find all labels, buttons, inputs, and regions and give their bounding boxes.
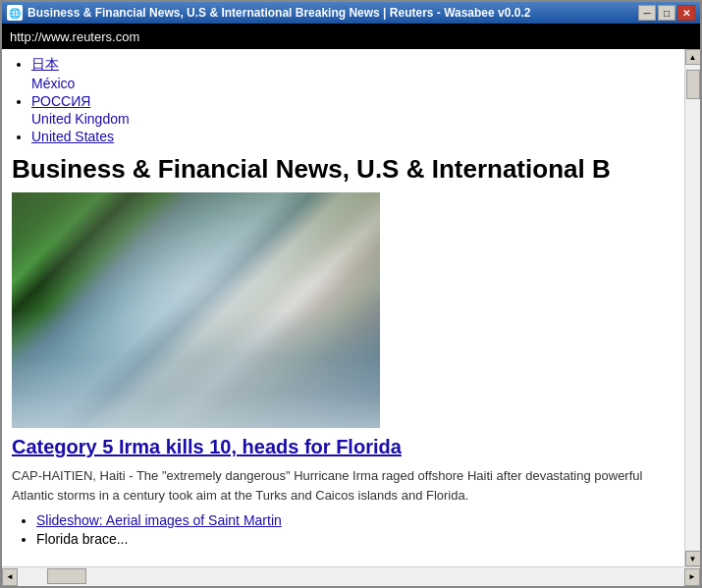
browser-content: 日本 México РОССИЯ United Kingdom United S… xyxy=(2,49,700,566)
nav-link-mexico[interactable]: México xyxy=(31,76,75,91)
window-title: Business & Financial News, U.S & Interna… xyxy=(27,6,530,20)
browser-icon: 🌐 xyxy=(7,5,23,21)
nav-link-uk[interactable]: United Kingdom xyxy=(31,111,130,127)
address-input[interactable] xyxy=(10,29,692,44)
article-summary: CAP-HAITIEN, Haiti - The "extremely dang… xyxy=(12,466,675,505)
maximize-button[interactable]: □ xyxy=(658,5,675,21)
nav-list: 日本 México РОССИЯ United Kingdom United S… xyxy=(31,56,675,144)
scroll-right-button[interactable]: ► xyxy=(684,568,700,586)
list-item: Florida brace... xyxy=(36,531,675,547)
list-item: РОССИЯ xyxy=(31,93,675,109)
list-item: United Kingdom xyxy=(12,111,675,127)
bottom-bar: ◄ ► xyxy=(2,566,700,586)
h-scroll-thumb[interactable] xyxy=(47,568,86,584)
list-item: 日本 xyxy=(31,56,675,74)
list-item: United States xyxy=(31,129,675,144)
title-bar-left: 🌐 Business & Financial News, U.S & Inter… xyxy=(7,5,530,21)
nav-link-us[interactable]: United States xyxy=(31,129,114,144)
sub-text-florida: Florida brace... xyxy=(36,531,128,547)
title-bar: 🌐 Business & Financial News, U.S & Inter… xyxy=(2,2,700,24)
browser-icon-glyph: 🌐 xyxy=(9,8,21,19)
close-button[interactable]: ✕ xyxy=(677,5,695,21)
article-link[interactable]: Category 5 Irma kills 10, heads for Flor… xyxy=(12,436,675,458)
minimize-button[interactable]: ─ xyxy=(638,5,656,21)
list-item: Slideshow: Aerial images of Saint Martin xyxy=(36,512,675,528)
page-area: 日本 México РОССИЯ United Kingdom United S… xyxy=(2,49,684,566)
h-scroll-track[interactable] xyxy=(18,567,684,586)
hero-image xyxy=(12,192,380,428)
page-title: Business & Financial News, U.S & Interna… xyxy=(12,154,675,185)
sub-link-slideshow[interactable]: Slideshow: Aerial images of Saint Martin xyxy=(36,512,282,528)
scroll-up-button[interactable]: ▲ xyxy=(685,49,701,65)
address-bar xyxy=(2,24,700,49)
browser-window: 🌐 Business & Financial News, U.S & Inter… xyxy=(0,0,702,588)
scroll-down-button[interactable]: ▼ xyxy=(685,551,701,566)
nav-link-russia[interactable]: РОССИЯ xyxy=(31,93,90,109)
nav-link-japan[interactable]: 日本 xyxy=(31,56,59,72)
scroll-left-button[interactable]: ◄ xyxy=(2,568,18,586)
scroll-track[interactable] xyxy=(685,65,700,551)
sub-list: Slideshow: Aerial images of Saint Martin… xyxy=(36,512,675,547)
list-item: México xyxy=(12,76,675,91)
vertical-scrollbar: ▲ ▼ xyxy=(684,49,700,566)
scroll-thumb[interactable] xyxy=(686,70,700,99)
title-bar-buttons: ─ □ ✕ xyxy=(638,5,695,21)
